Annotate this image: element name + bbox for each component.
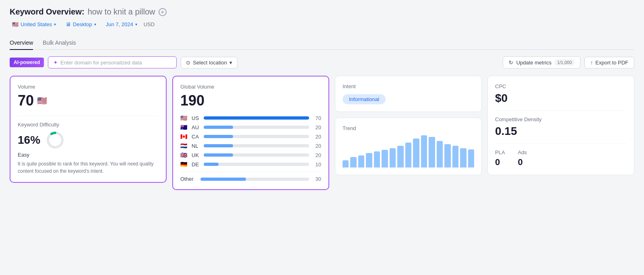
desktop-icon: 🖥 [66, 21, 71, 27]
country-row-ca: 🇨🇦 CA 20 [180, 133, 321, 140]
uk-count: 20 [312, 152, 321, 158]
uk-code: UK [192, 152, 200, 158]
au-flag: 🇦🇺 [180, 124, 188, 130]
ca-count: 20 [312, 134, 321, 140]
intent-trend-col: Intent Informational Trend [335, 76, 482, 175]
chevron-down-icon-4: ▾ [229, 60, 232, 66]
currency-label: USD [141, 20, 157, 29]
uk-flag: 🇬🇧 [180, 152, 188, 158]
intent-label: Intent [343, 83, 474, 89]
title-prefix: Keyword Overview: [10, 7, 85, 17]
kd-description: It is quite possible to rank for this ke… [18, 160, 159, 175]
uk-bar-container [204, 153, 309, 157]
trend-bar-5 [374, 151, 380, 167]
device-selector[interactable]: 🖥 Desktop ▾ [63, 20, 99, 29]
pla-item: PLA 0 [495, 149, 505, 167]
chevron-down-icon: ▾ [54, 22, 56, 27]
trend-bar-8 [397, 146, 403, 167]
intent-card: Intent Informational [335, 76, 482, 112]
other-bar [200, 178, 246, 181]
date-selector[interactable]: Jun 7, 2024 ▾ [103, 20, 140, 29]
de-bar [204, 163, 219, 166]
de-code: DE [192, 161, 200, 167]
ca-flag: 🇨🇦 [180, 133, 188, 140]
cpc-cd-card: CPC $0 Competitive Density 0.15 PLA 0 Ad… [487, 76, 634, 175]
ca-bar-container [204, 135, 309, 138]
trend-bar-1 [343, 160, 349, 167]
location-pin-icon: ⊙ [186, 60, 190, 66]
ca-bar [204, 135, 233, 138]
au-bar-container [204, 126, 309, 129]
country-row-au: 🇦🇺 AU 20 [180, 124, 321, 130]
refresh-icon: ↻ [509, 60, 513, 66]
volume-kd-card: Volume 70 🇺🇸 Keyword Difficulty 16% [10, 76, 167, 183]
us-bar [204, 116, 309, 120]
other-count: 30 [312, 176, 321, 182]
ads-item: Ads 0 [518, 149, 527, 167]
update-metrics-btn[interactable]: ↻ Update metrics 1/1,000 [503, 56, 580, 68]
kd-value-row: 16% [18, 130, 159, 150]
domain-input-wrapper[interactable]: ✦ Enter domain for personalized data [48, 56, 177, 68]
country-row-us: 🇺🇸 US 70 [180, 115, 321, 121]
volume-number: 70 [18, 92, 34, 109]
us-count: 70 [312, 115, 321, 121]
domain-placeholder: Enter domain for personalized data [60, 60, 142, 66]
uk-bar [204, 153, 233, 157]
update-count-badge: 1/1,000 [555, 59, 574, 66]
cpc-label: CPC [495, 83, 627, 89]
nl-flag: 🇳🇱 [180, 143, 188, 149]
pla-label: PLA [495, 149, 505, 155]
de-count: 10 [312, 161, 321, 167]
cd-label: Competitive Density [495, 116, 627, 122]
toolbar: AI-powered ✦ Enter domain for personaliz… [10, 56, 634, 68]
add-keyword-icon[interactable]: + [159, 8, 167, 16]
nl-bar [204, 144, 233, 147]
svg-point-0 [48, 133, 62, 147]
nl-bar-container [204, 144, 309, 147]
au-code: AU [192, 124, 200, 130]
trend-bar-16 [460, 148, 466, 167]
trend-bar-11 [421, 135, 427, 167]
trend-bar-14 [444, 144, 450, 167]
country-row-de: 🇩🇪 DE 10 [180, 161, 321, 167]
cd-value: 0.15 [495, 125, 627, 138]
select-location-label: Select location [193, 60, 227, 66]
de-flag: 🇩🇪 [180, 161, 188, 167]
date-label: Jun 7, 2024 [106, 21, 133, 27]
volume-section: Volume 70 🇺🇸 [18, 84, 159, 109]
kd-difficulty-label: Easy [18, 152, 159, 158]
sparkle-icon: ✦ [53, 59, 58, 66]
trend-bar-12 [429, 137, 435, 167]
ai-powered-badge: AI-powered [10, 58, 44, 67]
global-volume-label: Global Volume [180, 84, 321, 90]
meta-row: 🇺🇸 United States ▾ 🖥 Desktop ▾ Jun 7, 20… [10, 20, 634, 29]
country-row-uk: 🇬🇧 UK 20 [180, 152, 321, 158]
ads-value: 0 [518, 157, 527, 167]
kd-label: Keyword Difficulty [18, 122, 159, 128]
tab-overview[interactable]: Overview [10, 36, 33, 50]
intent-badge: Informational [343, 94, 386, 104]
global-volume-card: Global Volume 190 🇺🇸 US 70 🇦🇺 AU 20 🇨🇦 [172, 76, 329, 190]
trend-bar-17 [468, 149, 474, 167]
trend-card: Trend [335, 118, 482, 175]
tab-bulk-analysis[interactable]: Bulk Analysis [43, 36, 76, 50]
cards-grid: Volume 70 🇺🇸 Keyword Difficulty 16% [10, 76, 634, 190]
other-row: Other 30 [180, 172, 321, 182]
global-volume-value: 190 [180, 92, 321, 109]
device-label: Desktop [73, 21, 92, 27]
chevron-down-icon-2: ▾ [94, 22, 96, 27]
de-bar-container [204, 163, 309, 166]
kd-value: 16% [18, 134, 40, 147]
au-bar [204, 126, 233, 129]
tabs-row: Overview Bulk Analysis [10, 36, 634, 50]
location-selector[interactable]: 🇺🇸 United States ▾ [10, 20, 58, 29]
trend-bar-2 [350, 157, 356, 167]
select-location-btn[interactable]: ⊙ Select location ▾ [181, 57, 237, 68]
trend-bar-15 [452, 146, 458, 167]
trend-bar-7 [390, 148, 396, 167]
volume-label: Volume [18, 84, 159, 90]
export-pdf-btn[interactable]: ↑ Export to PDF [584, 57, 634, 68]
us-code: US [192, 115, 200, 121]
other-bar-container [200, 178, 309, 181]
update-label: Update metrics [516, 60, 551, 66]
